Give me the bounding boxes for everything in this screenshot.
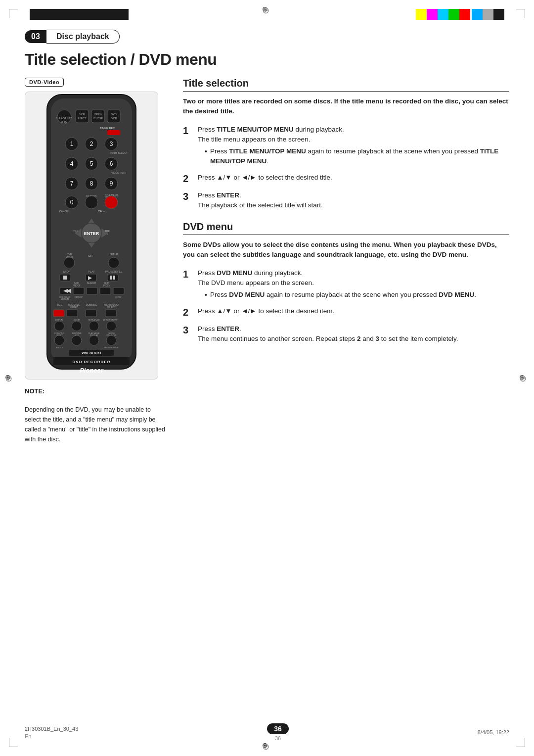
step-number-3: 3: [183, 190, 193, 202]
reg-mark-top: ⊕: [262, 5, 272, 15]
dvd-step-1-bold: DVD MENU: [217, 269, 252, 277]
corner-mark-tr: [516, 9, 525, 18]
footer-doc-id: 2H30301B_En_30_43: [25, 726, 78, 732]
svg-text:ZOOM: ZOOM: [74, 319, 80, 321]
svg-point-103: [106, 321, 116, 331]
footer-center-num: 36 36: [267, 723, 289, 741]
svg-text:/ANGLE: /ANGLE: [56, 346, 63, 349]
footer-page-center: 36: [267, 735, 289, 741]
svg-point-58: [108, 257, 119, 268]
dvd-step-2-content: Press ▲/▼ or ◄/► to select the desired i…: [198, 306, 509, 316]
svg-text:6: 6: [110, 160, 113, 167]
svg-text:TRK: TRK: [73, 230, 79, 233]
page-content: 03 Disc playback Title selection / DVD m…: [25, 30, 509, 726]
step-1-sub: The title menu appears on the screen.: [198, 136, 310, 143]
svg-text:5: 5: [90, 160, 93, 167]
svg-rect-68: [110, 276, 112, 280]
dvd-step-1-bullet: Press DVD MENU again to resume playback …: [205, 290, 509, 300]
page-footer: 2H30301B_En_30_43 En 36 36 8/4/05, 19:22: [25, 723, 509, 741]
svg-rect-93: [67, 310, 78, 317]
svg-rect-94: [86, 310, 96, 317]
dvd-step-1-bullet-text: Press DVD MENU again to resume playback …: [210, 290, 476, 300]
page-number-badge: 36: [267, 723, 289, 734]
svg-text:9: 9: [110, 180, 113, 187]
top-black-bar: [30, 9, 129, 20]
svg-rect-5: [76, 110, 89, 123]
svg-text:REC: REC: [57, 303, 63, 306]
svg-point-56: [64, 257, 75, 268]
step-1-content: Press TITLE MENU/TOP MENU during playbac…: [198, 125, 509, 167]
step-1-bullet: Press TITLE MENU/TOP MENU again to resum…: [205, 146, 509, 167]
svg-rect-15: [107, 130, 120, 135]
svg-text:SELECT: SELECT: [107, 306, 116, 309]
svg-text:INPUT SELECT: INPUT SELECT: [110, 151, 128, 154]
two-column-layout: DVD-Video STANDBY /ON VCR EJECT: [25, 78, 509, 379]
svg-text:ZERO RETURN: ZERO RETURN: [103, 319, 118, 321]
title-selection-intro: Two or more titles are recorded on some …: [183, 96, 509, 117]
svg-point-101: [72, 321, 82, 331]
svg-text:2: 2: [90, 141, 93, 147]
svg-rect-65: [107, 274, 118, 281]
step-1-bold: TITLE MENU/TOP MENU: [217, 126, 294, 133]
svg-text:OPEN: OPEN: [94, 113, 102, 116]
dvd-step-1: 1 Press DVD MENU during playback. The DV…: [183, 268, 509, 301]
svg-text:0: 0: [70, 199, 74, 206]
svg-text:4: 4: [70, 160, 74, 167]
dvd-step-1-sub: The DVD menu appears on the screen.: [198, 279, 314, 286]
color-gray: [483, 9, 493, 20]
svg-point-114: [89, 335, 99, 345]
step-2-text: Press ▲/▼ or ◄/► to select the desired t…: [198, 174, 332, 181]
dvd-step-3-period: .: [239, 325, 241, 332]
corner-mark-tl: [9, 9, 18, 18]
svg-text:CH –: CH –: [88, 254, 95, 257]
dvd-step-3-prefix: Press: [198, 325, 217, 332]
remote-control-image: STANDBY /ON VCR EJECT OPEN /CLOSE DVD /V…: [25, 92, 158, 379]
color-green: [448, 9, 459, 20]
svg-text:CM SKIP: CM SKIP: [75, 296, 83, 298]
svg-text:7: 7: [70, 180, 74, 187]
svg-text:/VCR: /VCR: [110, 117, 117, 120]
footer-right: 8/4/05, 19:22: [478, 729, 509, 735]
svg-text:DUBBING: DUBBING: [86, 303, 97, 306]
note-text: Depending on the DVD, you may be unable …: [25, 405, 168, 444]
svg-text:CH +: CH +: [98, 210, 105, 213]
svg-rect-8: [91, 110, 104, 123]
svg-text:/INDEX: /INDEX: [73, 284, 80, 287]
svg-text:STANDBY: STANDBY: [56, 116, 73, 120]
svg-point-112: [54, 335, 64, 345]
svg-text:DVD: DVD: [111, 113, 117, 116]
dvd-step-2: 2 Press ▲/▼ or ◄/► to select the desired…: [183, 306, 509, 318]
title-step-2: 2 Press ▲/▼ or ◄/► to select the desired…: [183, 173, 509, 185]
svg-rect-66: [63, 276, 67, 280]
title-step-3: 3 Press ENTER. The playback of the selec…: [183, 190, 509, 211]
svg-rect-77: [87, 287, 97, 294]
svg-text:DISPLAY: DISPLAY: [55, 319, 64, 321]
top-color-bar: [416, 9, 504, 20]
title-selection-heading: Title selection: [183, 78, 509, 92]
svg-rect-69: [113, 276, 115, 280]
svg-text:/SPEED: /SPEED: [70, 306, 79, 309]
svg-text:DVD RECORDER: DVD RECORDER: [73, 360, 111, 364]
corner-mark-bl: [9, 738, 18, 747]
title-step-1: 1 Press TITLE MENU/TOP MENU during playb…: [183, 125, 509, 167]
svg-rect-95: [105, 310, 116, 317]
step-1-prefix: Press: [198, 126, 217, 133]
svg-point-42: [105, 196, 118, 209]
dvd-step-3-bold: ENTER: [217, 325, 239, 332]
main-title: Title selection / DVD menu: [25, 50, 509, 69]
color-red: [459, 9, 470, 20]
reg-mark-left: ⊕: [5, 373, 15, 383]
svg-text:3: 3: [110, 141, 113, 147]
svg-point-113: [72, 335, 82, 345]
svg-text:PLAY: PLAY: [88, 270, 95, 273]
dvd-step-number-1: 1: [183, 268, 193, 280]
svg-text:EJECT: EJECT: [78, 117, 87, 120]
svg-text:TIMER REC: TIMER REC: [100, 127, 115, 130]
svg-text:STOP: STOP: [63, 270, 71, 273]
step-3-bold: ENTER: [217, 191, 239, 199]
svg-rect-79: [113, 287, 124, 294]
svg-text:CANCEL: CANCEL: [59, 210, 70, 213]
svg-text:SETUP: SETUP: [110, 253, 118, 256]
section-header: 03 Disc playback: [25, 30, 509, 44]
note-title: NOTE:: [25, 387, 168, 395]
